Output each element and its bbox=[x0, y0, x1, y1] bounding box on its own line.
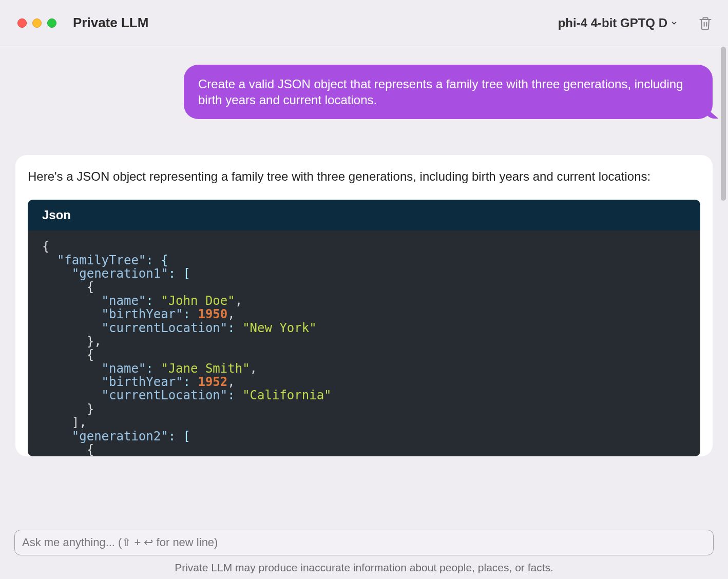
code-token: "name" bbox=[102, 361, 146, 376]
message-input-placeholder: Ask me anything... (⇧ + ↩ for new line) bbox=[22, 536, 218, 549]
window-minimize-button[interactable] bbox=[32, 18, 42, 28]
trash-icon[interactable] bbox=[698, 15, 713, 31]
traffic-lights bbox=[17, 18, 56, 28]
code-token: "New York" bbox=[242, 321, 317, 335]
code-token: : bbox=[227, 321, 242, 335]
code-token: "familyTree" bbox=[57, 253, 146, 267]
code-language-label: Json bbox=[28, 200, 700, 230]
user-message-row: Create a valid JSON object that represen… bbox=[15, 65, 713, 119]
code-token: : { bbox=[146, 253, 168, 267]
code-token: : bbox=[183, 375, 198, 389]
code-token: ], bbox=[72, 415, 87, 430]
code-token: { bbox=[42, 239, 49, 254]
chevron-down-icon bbox=[670, 20, 678, 27]
assistant-intro-text: Here's a JSON object representing a fami… bbox=[28, 168, 700, 185]
code-token: : bbox=[183, 307, 198, 321]
code-token: { bbox=[87, 442, 94, 456]
code-token: "name" bbox=[102, 294, 146, 308]
code-token: "generation2" bbox=[72, 429, 168, 443]
disclaimer-text: Private LLM may produce inaccurate infor… bbox=[0, 558, 728, 579]
code-token: , bbox=[250, 361, 257, 376]
chat-area[interactable]: Create a valid JSON object that represen… bbox=[0, 46, 728, 525]
code-body[interactable]: { "familyTree": { "generation1": [ { "na… bbox=[28, 230, 700, 456]
user-message-text: Create a valid JSON object that represen… bbox=[198, 77, 683, 107]
code-token: "California" bbox=[242, 388, 331, 402]
assistant-message-bubble: Here's a JSON object representing a fami… bbox=[15, 155, 713, 456]
user-message-bubble: Create a valid JSON object that represen… bbox=[184, 65, 713, 119]
code-token: { bbox=[87, 280, 94, 294]
code-token: : bbox=[227, 388, 242, 402]
code-token: , bbox=[227, 307, 235, 321]
scrollbar[interactable] bbox=[721, 47, 726, 201]
code-token: }, bbox=[87, 334, 102, 349]
titlebar: Private LLM phi-4 4-bit GPTQ D bbox=[0, 0, 728, 46]
code-token: "currentLocation" bbox=[102, 321, 228, 335]
code-token: { bbox=[87, 348, 94, 362]
code-token: : bbox=[146, 361, 161, 376]
model-name: phi-4 4-bit GPTQ D bbox=[558, 16, 667, 30]
input-area: Ask me anything... (⇧ + ↩ for new line) bbox=[0, 525, 728, 558]
code-token: 1952 bbox=[198, 375, 227, 389]
window-close-button[interactable] bbox=[17, 18, 27, 28]
code-block: Json { "familyTree": { "generation1": [ … bbox=[28, 200, 700, 457]
code-token: } bbox=[87, 402, 94, 416]
code-token: "John Doe" bbox=[161, 294, 235, 308]
code-token: "generation1" bbox=[72, 266, 168, 281]
code-token: , bbox=[235, 294, 242, 308]
code-token: : [ bbox=[168, 429, 190, 443]
code-token: "birthYear" bbox=[102, 307, 183, 321]
app-title: Private LLM bbox=[73, 15, 148, 31]
code-token: 1950 bbox=[198, 307, 227, 321]
window-zoom-button[interactable] bbox=[47, 18, 56, 28]
code-token: , bbox=[227, 375, 235, 389]
code-token: : bbox=[146, 294, 161, 308]
code-token: : [ bbox=[168, 266, 190, 281]
code-token: "birthYear" bbox=[102, 375, 183, 389]
code-token: "currentLocation" bbox=[102, 388, 228, 402]
model-selector[interactable]: phi-4 4-bit GPTQ D bbox=[558, 16, 678, 30]
code-token: "Jane Smith" bbox=[161, 361, 250, 376]
message-input[interactable]: Ask me anything... (⇧ + ↩ for new line) bbox=[14, 530, 714, 555]
